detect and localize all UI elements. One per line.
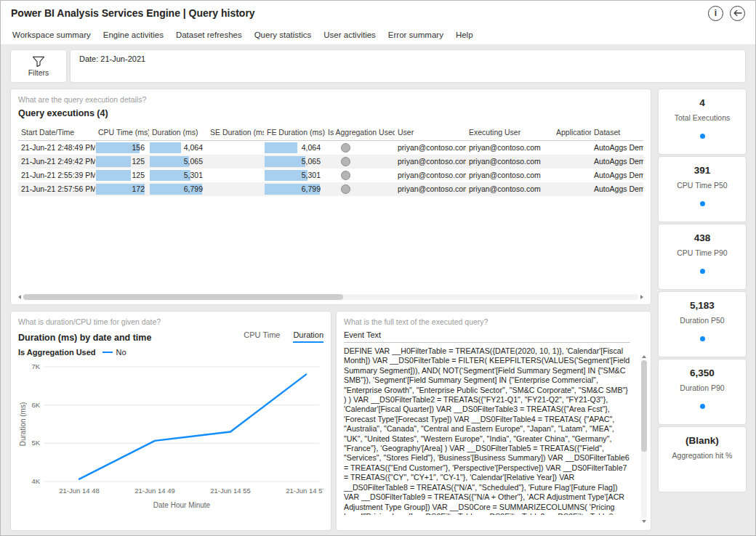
report-page: Power BI Analysis Services Engine | Quer… [0,0,756,536]
nav-help[interactable]: Help [456,31,473,39]
kpi-dot [700,269,705,274]
dataset-cell: AutoAggs Demo [591,155,643,168]
kpi-card-duration-p50[interactable]: 5,183Duration P50 [659,292,746,357]
dataset-cell: AutoAggs Demo [591,168,643,182]
bar-value: 5,301 [184,168,203,182]
duration-cell: 6,799 [149,182,207,196]
nav-workspace-summary[interactable]: Workspace summary [12,31,91,39]
horizontal-scrollbar[interactable] [18,293,643,301]
fe-duration-cell: 6,799 [264,182,325,196]
chart-title: Duration (ms) by date and time [18,333,151,343]
toggle-cpu-time[interactable]: CPU Time [244,330,280,343]
metric-toggle: CPU TimeDuration [230,330,323,343]
kpi-value: 5,183 [690,300,715,311]
fe-duration-cell: 5,301 [264,168,325,182]
column-header-fe-duration-ms[interactable]: FE Duration (ms) [264,124,325,140]
table-row[interactable]: 21-Jun-21 2:55:39 PM1255,3015,301priyan@… [18,168,643,182]
report-nav: Workspace summaryEngine activitiesDatase… [1,25,755,44]
column-header-user[interactable]: User [395,124,466,140]
kpi-label: Total Executions [675,113,730,122]
column-header-dataset[interactable]: Dataset [591,124,643,140]
column-header-se-duration-ms[interactable]: SE Duration (ms) [207,124,264,140]
event-text-column-header[interactable]: Event Text [344,330,630,343]
aggregation-cell [325,182,395,196]
svg-text:Duration (ms): Duration (ms) [19,402,27,447]
scroll-down-icon[interactable] [642,520,646,523]
kpi-value: 6,350 [690,368,715,378]
bar-value: 125 [132,168,145,182]
kpi-card-cpu-time-p50[interactable]: 391CPU Time P50 [659,157,746,222]
table-row[interactable]: 21-Jun-21 2:57:56 PM1726,7996,799priyan@… [18,182,643,196]
kpi-card-cpu-time-p90[interactable]: 438CPU Time P90 [659,224,746,289]
cpu-time-cell: 156 [95,141,149,155]
chart-panel-question: What is duration/CPU time for given date… [18,317,323,326]
toggle-duration[interactable]: Duration [293,330,323,343]
nav-error-summary[interactable]: Error summary [388,31,443,39]
column-header-is-aggregation-used[interactable]: Is Aggregation Used [325,124,395,140]
application-cell [553,182,591,196]
data-bar [150,156,189,167]
query-executions-panel: What are the query execution details? Qu… [11,89,651,304]
aggregation-indicator-no [341,143,350,153]
svg-text:Date Hour Minute: Date Hour Minute [153,501,211,509]
column-header-executing-user[interactable]: Executing User [466,124,553,140]
vertical-scrollbar-track[interactable] [641,360,647,518]
nav-user-activities[interactable]: User activities [323,31,376,39]
nav-query-statistics[interactable]: Query statistics [254,31,312,39]
bar-value: 6,799 [184,182,203,196]
scroll-right-icon[interactable] [640,295,643,299]
user-cell: priyan@contoso.com [395,141,466,155]
user-cell: priyan@contoso.com [395,182,466,196]
nav-dataset-refreshes[interactable]: Dataset refreshes [176,31,242,39]
vertical-scrollbar[interactable] [640,355,648,523]
header-icons: i [708,6,745,21]
executions-panel-question: What are the query execution details? [18,95,643,104]
bar-value: 125 [132,155,145,168]
query-executions-table: Start Date/TimeCPU Time (ms)Duration (ms… [18,124,643,196]
table-row[interactable]: 21-Jun-21 2:49:42 PM1255,0655,065priyan@… [18,155,643,168]
scrollbar-thumb[interactable] [23,294,343,300]
bar-value: 156 [132,141,145,155]
back-icon[interactable] [730,6,745,21]
info-glyph: i [715,9,717,17]
nav-engine-activities[interactable]: Engine activities [103,31,164,39]
executing-user-cell: priyan@contoso.com [466,168,553,182]
column-header-start-date-time[interactable]: Start Date/Time [18,124,95,140]
kpi-value: 4 [699,97,705,108]
scroll-up-icon[interactable] [642,355,646,358]
filters-button[interactable]: Filters [11,50,66,82]
filters-button-label: Filters [28,68,49,77]
aggregation-indicator-no [341,157,350,166]
report-title: Power BI Analysis Services Engine | Quer… [11,7,255,19]
event-text-content: DEFINE VAR __H0FilterTable = TREATAS({DA… [344,346,630,515]
info-icon[interactable]: i [708,6,723,21]
column-header-duration-ms[interactable]: Duration (ms) [149,124,207,140]
executing-user-cell: priyan@contoso.com [466,141,553,155]
scrollbar-track[interactable] [23,294,638,300]
kpi-card-aggregation-hit[interactable]: (Blank)Aggregation hit % [659,427,746,492]
column-header-application[interactable]: Application [553,124,591,140]
column-header-cpu-time-ms[interactable]: CPU Time (ms) [95,124,149,140]
data-bar [96,156,131,167]
se-duration-cell [207,141,264,155]
kpi-dot [700,336,705,341]
legend-series-label[interactable]: No [116,348,126,357]
kpi-card-total-executions[interactable]: 4Total Executions [659,89,746,154]
bar-value: 5,065 [184,155,203,168]
table-header-row: Start Date/TimeCPU Time (ms)Duration (ms… [18,124,643,141]
application-cell [553,155,591,168]
duration-series-line[interactable] [79,375,306,479]
vertical-scrollbar-thumb[interactable] [641,360,647,452]
table-row[interactable]: 21-Jun-21 2:48:49 PM1564,0644,064priyan@… [18,141,643,155]
date-filter-card[interactable]: Date: 21-Jun-2021 [71,50,745,82]
kpi-label: Duration P90 [680,383,724,392]
user-cell: priyan@contoso.com [395,155,466,168]
scroll-left-icon[interactable] [18,295,21,299]
legend-title: Is Aggregation Used [18,348,96,357]
kpi-card-duration-p90[interactable]: 6,350Duration P90 [659,360,746,424]
cpu-time-cell: 172 [95,182,149,196]
svg-text:6K: 6K [31,401,40,409]
query-executions-title: Query executions (4) [18,108,643,118]
query-text-panel: What is the full text of the executed qu… [337,312,651,530]
start-date-cell: 21-Jun-21 2:55:39 PM [18,168,95,182]
